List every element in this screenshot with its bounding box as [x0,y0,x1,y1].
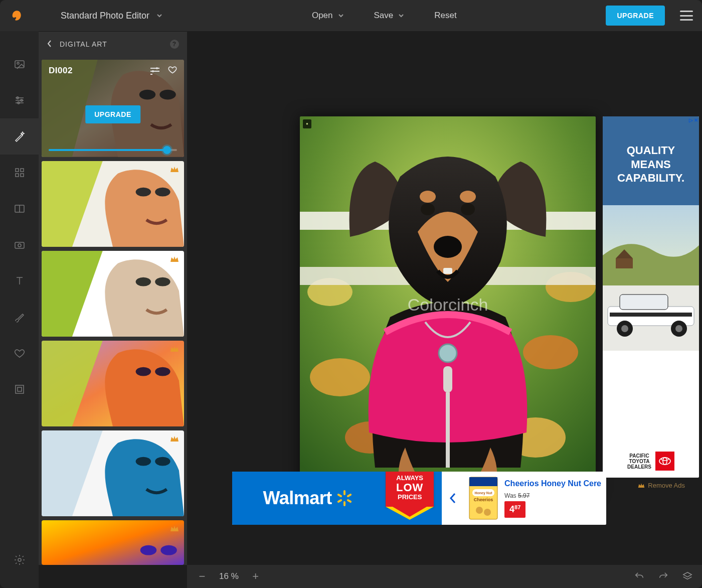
svg-rect-70 [337,493,342,497]
svg-point-77 [476,507,483,514]
effect-thumb[interactable] [42,430,184,516]
app-title-dropdown[interactable]: Standard Photo Editor [61,11,162,21]
effect-settings-icon[interactable] [150,67,160,76]
canvas-area[interactable]: ● Colorcinch ▷✕ QUALITY MEANS CAPABILITY… [187,31,702,565]
redo-icon[interactable] [658,571,669,582]
effect-thumb-selected[interactable]: DI002 UPGRADE [42,60,184,157]
product-was-price: Was 5.97 [504,492,601,499]
svg-point-48 [434,236,462,258]
ad-sky-headline: QUALITY MEANS CAPABILITY. [603,116,699,205]
svg-point-19 [152,70,154,72]
premium-crown-icon [170,435,179,443]
svg-point-33 [140,545,156,555]
svg-point-18 [156,67,158,69]
heart-tool-icon[interactable] [0,335,39,371]
svg-point-46 [421,203,435,215]
status-right [634,571,693,582]
svg-point-45 [460,191,476,203]
effects-sidebar: DIGITAL ART ? DI002 UPG [39,31,187,565]
effect-thumb[interactable] [42,251,184,337]
ad-info-icon[interactable]: ▷✕ [689,117,698,123]
ad-banner-product[interactable]: Honey Nut Cheerios Cheerios Honey Nut Ce… [463,472,606,525]
open-menu[interactable]: Open [312,11,344,21]
topbar-right: UPGRADE [606,6,693,26]
image-canvas[interactable]: ● Colorcinch [300,116,596,493]
reset-button[interactable]: Reset [434,11,456,21]
sliders-tool-icon[interactable] [0,82,39,118]
sidebar-header: DIGITAL ART ? [39,32,187,57]
zoom-out-button[interactable]: − [196,570,208,582]
save-menu[interactable]: Save [374,11,405,21]
svg-rect-6 [21,169,24,172]
compare-tool-icon[interactable] [0,191,39,227]
svg-point-64 [663,458,667,465]
ad-sky-dealer: PACIFIC TOYOTA DEALERS [603,452,699,471]
remove-ads-link[interactable]: Remove Ads [638,482,685,489]
svg-point-11 [18,244,21,247]
effect-thumb[interactable] [42,161,184,247]
zoom-in-button[interactable]: + [250,570,262,582]
upgrade-button[interactable]: UPGRADE [606,6,665,26]
svg-point-36 [310,358,370,396]
back-chevron-icon[interactable] [47,40,53,49]
svg-point-28 [155,367,170,376]
effect-intensity-slider[interactable] [49,149,177,151]
product-name: Cheerios Honey Nut Cere [504,479,601,488]
ad-sky-image [603,205,699,351]
svg-point-30 [136,457,151,466]
svg-rect-66 [343,490,345,495]
undo-icon[interactable] [634,571,645,582]
premium-crown-icon [170,256,179,263]
svg-point-78 [484,509,491,516]
svg-point-50 [439,344,457,362]
hamburger-menu-icon[interactable] [680,11,693,21]
effect-thumb[interactable] [42,520,184,565]
svg-text:Honey Nut: Honey Nut [475,491,493,495]
effect-upgrade-button[interactable]: UPGRADE [85,105,140,123]
brush-tool-icon[interactable] [0,299,39,335]
selected-effect-label: DI002 [49,66,73,76]
topbar-center: Open Save Reset [312,11,457,21]
svg-point-44 [420,191,436,203]
ad-prev-chevron-icon[interactable] [442,472,463,525]
toyota-logo-icon [655,452,674,471]
sidebar-title: DIGITAL ART [60,40,107,48]
help-icon[interactable]: ? [170,40,179,49]
app-title-text: Standard Photo Editor [61,11,149,21]
capture-tool-icon[interactable] [0,227,39,263]
product-price: 487 [504,501,525,518]
favorite-heart-icon[interactable] [167,65,178,76]
svg-rect-51 [443,366,452,392]
text-tool-icon[interactable] [0,263,39,299]
image-tool-icon[interactable] [0,46,39,82]
remove-ads-label: Remove Ads [648,482,685,489]
svg-rect-67 [343,501,345,506]
svg-point-59 [621,325,628,332]
app-logo [9,9,23,23]
ad-banner-low-prices: ALWAYS LOW PRICES [384,472,442,525]
status-bar: − 16 % + [187,565,702,588]
svg-rect-5 [16,169,19,172]
svg-point-65 [661,458,668,461]
svg-rect-12 [16,385,24,393]
product-image: Honey Nut Cheerios [468,476,498,520]
svg-rect-32 [42,520,184,565]
svg-rect-13 [18,387,22,391]
svg-point-1 [17,62,19,64]
canvas-badge: ● [303,119,311,128]
ad-banner[interactable]: Walmart ALWAYS LOW PRICES [232,472,606,525]
ad-skyscraper[interactable]: ▷✕ QUALITY MEANS CAPABILITY. [603,116,699,478]
effect-thumb[interactable] [42,341,184,426]
grid-tool-icon[interactable] [0,155,39,191]
left-tool-rail [0,31,39,588]
svg-rect-71 [346,499,352,503]
effect-thumbnail-list[interactable]: DI002 UPGRADE [39,57,187,565]
settings-icon[interactable] [0,542,39,578]
magic-wand-icon[interactable] [0,118,39,155]
zoom-controls: − 16 % + [196,570,262,582]
svg-point-24 [136,277,151,286]
premium-crown-icon [170,166,179,173]
layers-icon[interactable] [682,571,693,582]
frame-tool-icon[interactable] [0,371,39,407]
svg-rect-62 [610,313,692,317]
